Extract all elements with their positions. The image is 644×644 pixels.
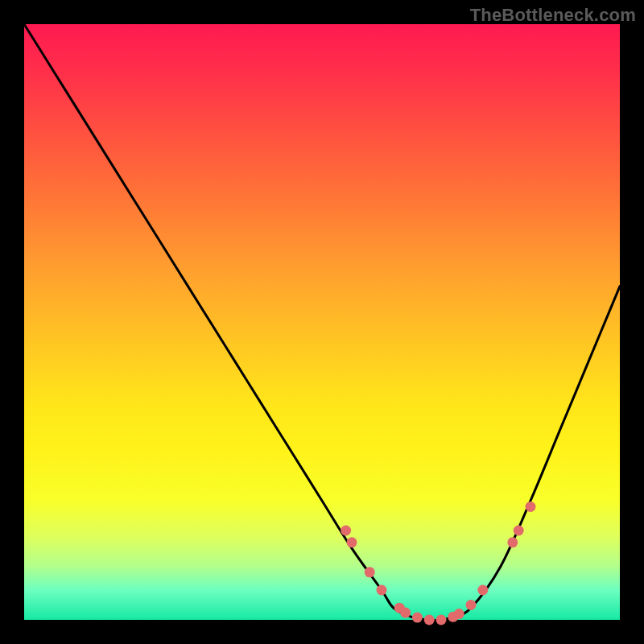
curve-marker — [514, 526, 524, 536]
curve-marker — [526, 502, 536, 512]
curve-marker — [365, 567, 375, 577]
curve-marker — [347, 537, 357, 547]
curve-marker — [377, 585, 387, 596]
curve-marker — [454, 609, 464, 619]
curve-marker — [341, 526, 351, 536]
curve-marker — [424, 615, 435, 625]
curve-marker — [436, 615, 447, 625]
curve-marker — [507, 537, 518, 547]
curve-marker — [400, 608, 411, 618]
curve-marker — [412, 613, 423, 623]
curve-marker — [477, 585, 488, 596]
curve-marker — [466, 600, 477, 610]
bottleneck-curve — [24, 24, 620, 620]
watermark-text: TheBottleneck.com — [470, 5, 636, 26]
